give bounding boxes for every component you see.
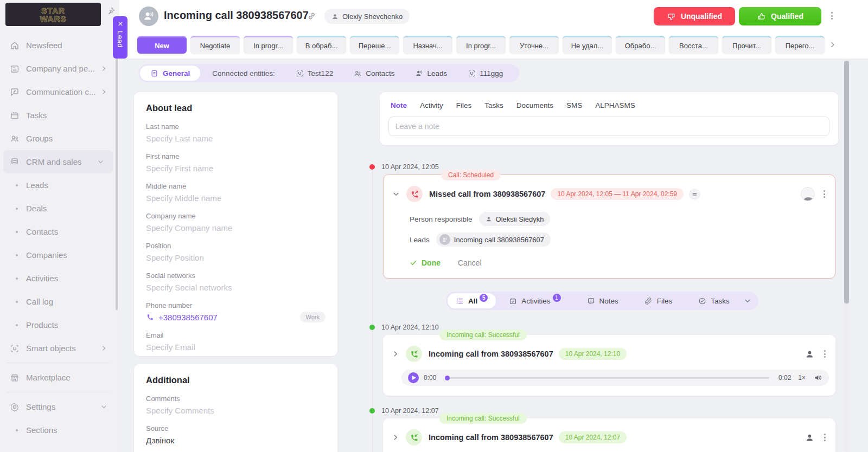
lead-reference-chip[interactable]: Incoming call 380938567607: [436, 233, 551, 247]
sidebar-item-deals[interactable]: Deals: [0, 197, 116, 220]
stage-pill[interactable]: Обрабо...: [616, 36, 665, 54]
owner-chip[interactable]: Olexiy Shevchenko: [324, 9, 410, 24]
sidebar-item-groups[interactable]: Groups: [0, 127, 116, 150]
stage-pill[interactable]: Перего...: [775, 36, 825, 54]
field-comments[interactable]: Specify Comments: [146, 406, 326, 415]
sidebar-item-leads[interactable]: Leads: [0, 173, 116, 197]
sidebar-item-communication[interactable]: Communication c...: [0, 80, 116, 104]
stages-scroll-right-icon[interactable]: [828, 41, 837, 49]
stage-pill[interactable]: Не удал...: [563, 36, 612, 54]
tab-sms[interactable]: SMS: [566, 101, 582, 109]
sidebar-item-company-and-people[interactable]: Company and pe...: [0, 57, 116, 80]
copy-link-icon[interactable]: [307, 11, 316, 23]
tab-alphasms[interactable]: ALPHASMS: [595, 101, 635, 109]
sidebar-item-call-log[interactable]: Call log: [0, 290, 116, 313]
field-label: Source: [146, 424, 326, 432]
activity-kind-icon[interactable]: [689, 189, 700, 200]
sidebar-item-sections[interactable]: Sections: [0, 418, 116, 442]
seek-handle[interactable]: [445, 376, 450, 380]
seek-bar[interactable]: [445, 377, 769, 379]
close-icon[interactable]: [117, 21, 124, 27]
collapse-chevron-down-icon[interactable]: [391, 190, 401, 198]
tab-files[interactable]: Files: [456, 101, 472, 109]
composer-card: Note Activity Files Tasks Documents SMS …: [380, 92, 838, 145]
app-logo[interactable]: STAR WARS: [5, 3, 101, 26]
field-social-networks[interactable]: Specify Social networks: [146, 283, 326, 292]
sidebar-item-smart-objects[interactable]: Smart objects: [0, 337, 116, 360]
stage-pill[interactable]: Назнач...: [403, 36, 452, 54]
stage-pill[interactable]: In progr...: [244, 36, 293, 54]
field-company-name[interactable]: Specify Company name: [146, 223, 326, 233]
person-responsible-chip[interactable]: Oleksii Siedykh: [479, 212, 551, 226]
tab-note[interactable]: Note: [391, 101, 407, 109]
unqualified-button[interactable]: Unqualified: [654, 7, 735, 25]
person-icon: [486, 216, 492, 222]
stage-pill[interactable]: Переше...: [350, 36, 399, 54]
stage-pill[interactable]: Negotiate: [190, 36, 240, 54]
connected-link-contacts[interactable]: Contacts: [354, 69, 394, 78]
filter-tasks[interactable]: Tasks: [685, 297, 743, 305]
field-last-name[interactable]: Specify Last name: [146, 134, 326, 143]
sidebar-divider: [7, 392, 110, 392]
scrollbar-thumb[interactable]: [844, 61, 849, 304]
stage-pill[interactable]: Восста...: [669, 36, 718, 54]
tab-documents[interactable]: Documents: [516, 101, 553, 109]
assignee-avatar[interactable]: [801, 187, 815, 201]
connected-link-test122[interactable]: Test122: [296, 69, 333, 78]
assignee-person-icon[interactable]: [805, 350, 814, 359]
field-first-name[interactable]: Specify First name: [146, 164, 326, 173]
sidebar-item-crm-and-sales[interactable]: CRM and sales: [3, 150, 113, 173]
sidebar-item-settings[interactable]: Settings: [0, 395, 116, 418]
volume-icon[interactable]: [814, 373, 822, 382]
field-source[interactable]: Дзвінок: [146, 436, 326, 445]
logo-text-line2: WARS: [40, 15, 67, 23]
sidebar-item-companies[interactable]: Companies: [0, 243, 116, 267]
qualified-button[interactable]: Qualified: [739, 7, 821, 25]
sidebar-item-tasks[interactable]: Tasks: [0, 104, 116, 127]
tab-tasks[interactable]: Tasks: [484, 101, 503, 109]
stage-pill[interactable]: In progr...: [456, 36, 506, 54]
cancel-button[interactable]: Cancel: [458, 259, 482, 267]
stage-pill[interactable]: Прочит...: [722, 36, 771, 54]
sidebar-item-marketplace[interactable]: Marketplace: [0, 366, 116, 389]
phone-number-link[interactable]: +380938567607: [158, 313, 218, 322]
activity-kebab-menu[interactable]: [824, 434, 826, 441]
status-badge: Incoming call: Successful: [439, 330, 527, 340]
done-button[interactable]: Done: [410, 259, 441, 267]
lead-panel-tab[interactable]: Lead: [113, 16, 127, 59]
field-email[interactable]: Specify Email: [146, 343, 326, 352]
filter-all[interactable]: All 5: [448, 293, 496, 308]
tab-activity[interactable]: Activity: [420, 101, 443, 109]
stage-pill[interactable]: New: [137, 36, 187, 54]
playback-speed[interactable]: 1×: [798, 374, 806, 382]
expand-chevron-right-icon[interactable]: [391, 434, 400, 441]
activity-kebab-menu[interactable]: [824, 190, 825, 198]
bullet-icon: [16, 429, 18, 431]
assignee-person-icon[interactable]: [805, 433, 814, 442]
header-kebab-menu[interactable]: [831, 12, 833, 20]
filter-activities[interactable]: Activities 1: [496, 297, 573, 305]
people-icon: [10, 134, 20, 144]
filter-notes[interactable]: Notes: [574, 297, 631, 305]
sidebar-scrollbar[interactable]: [116, 33, 118, 310]
bullet-icon: [16, 184, 18, 186]
list-icon: [456, 297, 464, 305]
chevron-down-icon[interactable]: [744, 297, 751, 305]
stage-pill[interactable]: В обраб...: [297, 36, 346, 54]
activity-kebab-menu[interactable]: [824, 350, 826, 358]
field-middle-name[interactable]: Specify Middle name: [146, 193, 326, 203]
sidebar-item-newsfeed[interactable]: Newsfeed: [0, 34, 116, 57]
play-button[interactable]: [408, 372, 419, 383]
filter-files[interactable]: Files: [631, 297, 686, 305]
note-input[interactable]: [388, 117, 829, 136]
expand-chevron-right-icon[interactable]: [391, 350, 400, 358]
connected-link-111ggg[interactable]: 111ggg: [468, 69, 503, 78]
field-position[interactable]: Specify Position: [146, 253, 326, 262]
sidebar-item-activities[interactable]: Activities: [0, 267, 116, 290]
tab-general[interactable]: General: [140, 66, 200, 81]
sidebar-item-contacts[interactable]: Contacts: [0, 220, 116, 243]
connected-link-leads[interactable]: Leads: [415, 69, 447, 78]
stage-pill[interactable]: Уточне...: [509, 36, 559, 54]
sidebar-item-products[interactable]: Products: [0, 313, 116, 337]
smart-object-icon: [296, 69, 304, 78]
